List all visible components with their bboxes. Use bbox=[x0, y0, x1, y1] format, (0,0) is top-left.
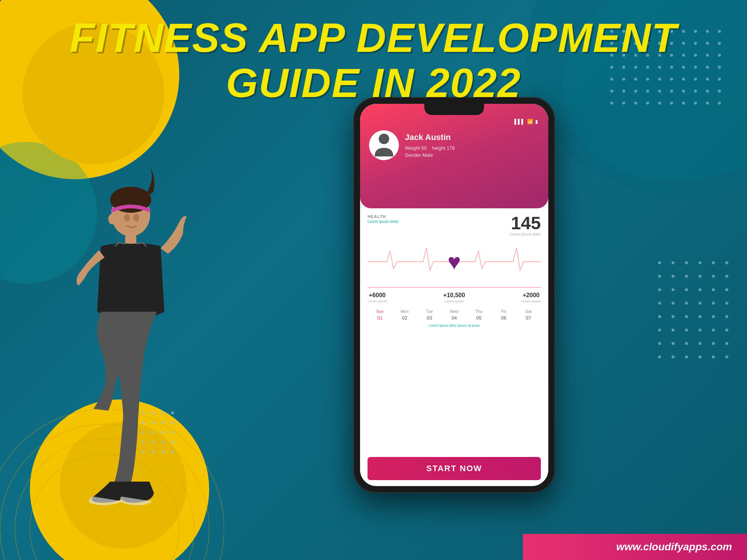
profile-name: Jack Austin bbox=[405, 133, 455, 142]
stat-label-0: Lorem ipsum bbox=[368, 299, 387, 303]
wifi-icon: 📶 bbox=[527, 119, 533, 124]
cal-day-num: 02 bbox=[392, 315, 417, 321]
health-value: 145 Lorem ipsum dolor bbox=[510, 214, 541, 236]
cal-day-name: Mon bbox=[392, 309, 417, 314]
dot bbox=[685, 329, 688, 332]
cal-day-num: 04 bbox=[442, 315, 467, 321]
health-sublabel: Lorem ipsum dolor bbox=[368, 220, 399, 224]
divider bbox=[368, 287, 541, 287]
cal-day-name: Sun bbox=[368, 309, 392, 314]
heart-rate-chart: ♥ bbox=[368, 239, 541, 284]
dot bbox=[698, 288, 701, 291]
cal-day-name: Tue bbox=[417, 309, 442, 314]
dot bbox=[685, 288, 688, 291]
dot bbox=[685, 275, 688, 278]
cal-day-num: 01 bbox=[368, 315, 392, 321]
phone-mockup: ▌▌▌ 📶 ▮ Jack Austin Wei bbox=[353, 97, 555, 493]
phone-screen: ▌▌▌ 📶 ▮ Jack Austin Wei bbox=[360, 104, 548, 486]
svg-point-10 bbox=[133, 214, 139, 221]
phone-header: ▌▌▌ 📶 ▮ Jack Austin Wei bbox=[360, 104, 548, 208]
dot bbox=[698, 355, 701, 358]
dot bbox=[698, 275, 701, 278]
svg-point-9 bbox=[124, 214, 130, 221]
profile-row: Jack Austin Weight 60 height 178 Gender … bbox=[369, 130, 539, 160]
dot bbox=[725, 275, 728, 278]
dot bbox=[672, 261, 675, 264]
health-labels: HEALTH Lorem ipsum dolor bbox=[368, 214, 399, 224]
cal-day-name: Wed bbox=[442, 309, 467, 314]
dot bbox=[698, 342, 701, 345]
health-number-sub: Lorem ipsum dolor bbox=[510, 232, 541, 236]
footer-bar: www.cloudifyapps.com bbox=[523, 534, 747, 560]
dot bbox=[658, 342, 661, 345]
dot bbox=[725, 342, 728, 345]
dot bbox=[712, 288, 715, 291]
stats-row: +6000 Lorem ipsum +10,500 Lorem ipsum +2… bbox=[368, 292, 541, 303]
calendar-row: Sun01Mon02Tue03Wed04Thu05Fri06Sat07 bbox=[368, 309, 541, 321]
profile-gender: Gender Male bbox=[405, 152, 455, 158]
cal-day-num: 06 bbox=[491, 315, 516, 321]
calendar-sublabel: Lorem ipsum dolor ipsum sit amet bbox=[368, 324, 541, 327]
profile-stats-weight-height: Weight 60 height 178 bbox=[405, 145, 455, 151]
health-section: HEALTH Lorem ipsum dolor 145 Lorem ipsum… bbox=[368, 214, 541, 236]
start-now-button[interactable]: START NOW bbox=[368, 457, 541, 480]
dot bbox=[672, 329, 675, 332]
dot bbox=[712, 342, 715, 345]
dot bbox=[712, 302, 715, 305]
stat-value-2: +2000 bbox=[521, 292, 541, 299]
profile-info: Jack Austin Weight 60 height 178 Gender … bbox=[405, 133, 455, 158]
dot bbox=[725, 315, 728, 318]
dot bbox=[658, 302, 661, 305]
dot bbox=[685, 355, 688, 358]
battery-icon: ▮ bbox=[535, 119, 538, 124]
svg-point-11 bbox=[108, 214, 116, 224]
dot bbox=[712, 275, 715, 278]
dot bbox=[698, 302, 701, 305]
dot bbox=[725, 261, 728, 264]
stat-value-1: +10,500 bbox=[443, 292, 465, 299]
dot bbox=[698, 261, 701, 264]
dot bbox=[725, 355, 728, 358]
dot bbox=[698, 329, 701, 332]
dot bbox=[712, 261, 715, 264]
stat-item-0: +6000 Lorem ipsum bbox=[368, 292, 387, 303]
title-line1: FITNESS APP DEVELOPMENT bbox=[0, 15, 747, 60]
dot bbox=[658, 275, 661, 278]
dot bbox=[712, 329, 715, 332]
runner-person bbox=[15, 147, 276, 539]
dot bbox=[698, 315, 701, 318]
dot bbox=[658, 355, 661, 358]
dot bbox=[672, 315, 675, 318]
dot bbox=[712, 315, 715, 318]
stat-item-1: +10,500 Lorem ipsum bbox=[443, 292, 465, 303]
phone-body: HEALTH Lorem ipsum dolor 145 Lorem ipsum… bbox=[360, 208, 548, 486]
page-title: FITNESS APP DEVELOPMENT GUIDE IN 2022 bbox=[0, 15, 747, 105]
calendar-day: Mon02 bbox=[392, 309, 417, 321]
stat-label-1: Lorem ipsum bbox=[443, 299, 465, 303]
dot bbox=[685, 261, 688, 264]
heart-icon: ♥ bbox=[447, 249, 461, 275]
dot bbox=[672, 275, 675, 278]
stat-item-2: +2000 Lorem ipsum bbox=[521, 292, 541, 303]
dot bbox=[658, 261, 661, 264]
stat-value-0: +6000 bbox=[368, 292, 387, 299]
status-bar: ▌▌▌ 📶 ▮ bbox=[369, 119, 539, 124]
health-label: HEALTH bbox=[368, 214, 399, 219]
website-url: www.cloudifyapps.com bbox=[616, 541, 732, 553]
signal-icon: ▌▌▌ bbox=[514, 119, 525, 124]
cal-day-num: 03 bbox=[417, 315, 442, 321]
dot bbox=[725, 302, 728, 305]
calendar-day: Thu05 bbox=[467, 309, 491, 321]
dot bbox=[658, 315, 661, 318]
phone-outer: ▌▌▌ 📶 ▮ Jack Austin Wei bbox=[353, 97, 555, 493]
svg-point-12 bbox=[379, 134, 389, 144]
dots-grid-mid-right: const dg2 = document.querySelector('.dot… bbox=[658, 261, 732, 362]
dot bbox=[685, 302, 688, 305]
cal-day-name: Fri bbox=[491, 309, 516, 314]
calendar-day: Sun01 bbox=[368, 309, 392, 321]
title-line2: GUIDE IN 2022 bbox=[0, 60, 747, 105]
calendar-day: Tue03 bbox=[417, 309, 442, 321]
health-number: 145 bbox=[510, 214, 541, 232]
dot bbox=[672, 355, 675, 358]
dot bbox=[672, 342, 675, 345]
